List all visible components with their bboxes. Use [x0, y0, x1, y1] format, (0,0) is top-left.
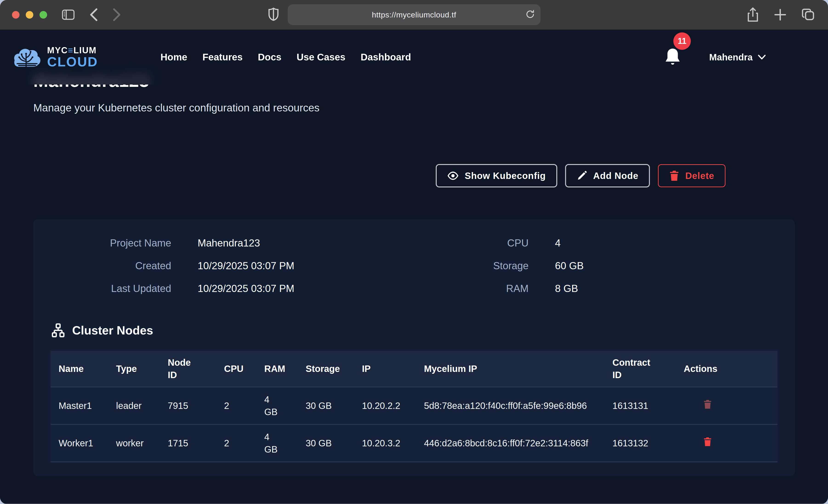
back-icon[interactable] [89, 8, 98, 22]
eye-icon [447, 170, 459, 181]
minimize-window-button[interactable] [26, 11, 33, 18]
pencil-icon [577, 170, 587, 181]
project-name-value: Mahendra123 [198, 237, 260, 249]
ram-value: 8 GB [555, 283, 578, 294]
notifications-button[interactable]: 11 [664, 47, 681, 67]
window-controls [12, 11, 47, 18]
privacy-shield-icon[interactable] [268, 8, 279, 22]
cluster-actions-row: Show Kubeconfig Add Node Delete [0, 164, 828, 187]
brand-name-bottom: CLOUD [47, 55, 98, 69]
brand-name-top: MYC≡LIUM [47, 46, 98, 55]
browser-window: https://myceliumcloud.tf [0, 0, 828, 504]
reload-icon[interactable] [525, 9, 535, 20]
cell-contract-id: 1613131 [605, 387, 676, 424]
nav-item-home[interactable]: Home [160, 52, 187, 63]
address-bar[interactable]: https://myceliumcloud.tf [288, 4, 540, 25]
tab-overview-icon[interactable] [801, 8, 815, 22]
bell-icon [664, 47, 681, 67]
cpu-row: CPU 4 [460, 237, 778, 249]
show-kubeconfig-label: Show Kubeconfig [465, 171, 546, 181]
col-ram: RAM [256, 351, 298, 387]
cell-ip: 10.20.3.2 [354, 424, 416, 462]
cell-type: worker [108, 424, 160, 462]
cell-ram: 4 GB [256, 387, 298, 424]
cell-node-id: 7915 [160, 387, 216, 424]
notification-badge: 11 [673, 32, 691, 50]
sidebar-toggle-icon[interactable] [62, 9, 75, 20]
share-icon[interactable] [747, 7, 759, 22]
new-tab-icon[interactable] [774, 8, 787, 21]
cell-actions [676, 387, 778, 424]
cell-cpu: 2 [216, 387, 256, 424]
created-label: Created [50, 260, 171, 271]
table-header-row: Name Type Node ID CPU RAM Storage IP Myc… [50, 351, 778, 387]
col-mycelium-ip: Mycelium IP [416, 351, 605, 387]
add-node-label: Add Node [593, 171, 638, 181]
project-name-label: Project Name [50, 237, 171, 249]
cell-ip: 10.20.2.2 [354, 387, 416, 424]
cluster-nodes-title: Cluster Nodes [72, 324, 153, 337]
network-nodes-icon [50, 323, 66, 338]
url-text: https://myceliumcloud.tf [372, 10, 456, 19]
storage-row: Storage 60 GB [460, 260, 778, 271]
nav-item-docs[interactable]: Docs [258, 52, 282, 63]
cell-mycelium-ip: 5d8:78ea:a120:f40c:ff0f:a5fe:99e6:8b96 [416, 387, 605, 424]
delete-node-icon[interactable] [703, 438, 712, 449]
nav-item-dashboard[interactable]: Dashboard [361, 52, 411, 63]
col-contract-id: Contract ID [605, 351, 676, 387]
last-updated-value: 10/29/2025 03:07 PM [198, 283, 294, 294]
col-name: Name [50, 351, 108, 387]
nav-links: Home Features Docs Use Cases Dashboard [160, 52, 411, 63]
cell-name: Master1 [50, 387, 108, 424]
add-node-button[interactable]: Add Node [565, 164, 650, 187]
nav-item-features[interactable]: Features [202, 52, 243, 63]
last-updated-row: Last Updated 10/29/2025 03:07 PM [50, 283, 460, 294]
delete-node-icon[interactable] [703, 401, 712, 411]
user-menu[interactable]: Mahendra [709, 52, 766, 62]
ram-label: RAM [460, 283, 529, 294]
chevron-down-icon [758, 54, 766, 60]
col-storage: Storage [298, 351, 354, 387]
cell-actions [676, 424, 778, 462]
cpu-value: 4 [555, 237, 561, 249]
col-type: Type [108, 351, 160, 387]
show-kubeconfig-button[interactable]: Show Kubeconfig [436, 164, 557, 187]
col-node-id: Node ID [160, 351, 216, 387]
cluster-nodes-table: Name Type Node ID CPU RAM Storage IP Myc… [50, 351, 778, 462]
project-info: Project Name Mahendra123 Created 10/29/2… [50, 237, 778, 294]
delete-cluster-button[interactable]: Delete [658, 164, 726, 187]
cell-type: leader [108, 387, 160, 424]
browser-toolbar: https://myceliumcloud.tf [0, 0, 828, 30]
zoom-window-button[interactable] [40, 11, 47, 18]
delete-label: Delete [685, 171, 714, 181]
mycelium-cloud-logo-icon [13, 45, 43, 70]
table-row: Worker1 worker 1715 2 4 GB 30 GB 10.20.3… [50, 424, 778, 462]
user-name: Mahendra [709, 52, 753, 62]
nav-item-use-cases[interactable]: Use Cases [297, 52, 345, 63]
cell-node-id: 1715 [160, 424, 216, 462]
col-ip: IP [354, 351, 416, 387]
storage-label: Storage [460, 260, 529, 271]
project-card: Project Name Mahendra123 Created 10/29/2… [33, 219, 795, 476]
col-actions: Actions [676, 351, 778, 387]
page-subtitle: Manage your Kubernetes cluster configura… [33, 101, 828, 114]
cpu-label: CPU [460, 237, 529, 249]
created-value: 10/29/2025 03:07 PM [198, 260, 294, 271]
col-cpu: CPU [216, 351, 256, 387]
forward-icon[interactable] [112, 8, 122, 22]
last-updated-label: Last Updated [50, 283, 171, 294]
cell-storage: 30 GB [298, 424, 354, 462]
brand-logo[interactable]: MYC≡LIUM CLOUD [13, 45, 98, 70]
cluster-nodes-heading: Cluster Nodes [50, 323, 778, 338]
trash-icon [669, 170, 679, 181]
storage-value: 60 GB [555, 260, 584, 271]
project-name-row: Project Name Mahendra123 [50, 237, 460, 249]
site-navbar: MYC≡LIUM CLOUD Home Features Docs Use Ca… [0, 30, 828, 85]
close-window-button[interactable] [12, 11, 19, 18]
page-body: Mahendra123 Manage your Kubernetes clust… [0, 30, 828, 504]
table-row: Master1 leader 7915 2 4 GB 30 GB 10.20.2… [50, 387, 778, 424]
cell-storage: 30 GB [298, 387, 354, 424]
cell-name: Worker1 [50, 424, 108, 462]
created-row: Created 10/29/2025 03:07 PM [50, 260, 460, 271]
cell-cpu: 2 [216, 424, 256, 462]
